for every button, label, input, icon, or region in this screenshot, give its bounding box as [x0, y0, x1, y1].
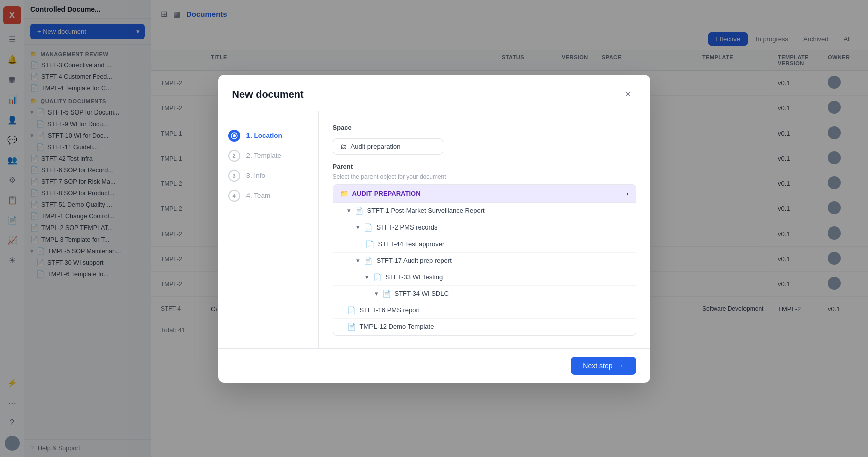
arrow-right-icon: →: [617, 362, 624, 370]
step-4-circle: 4: [228, 190, 240, 202]
tree-label-stft2: STFT-2 PMS records: [377, 223, 438, 231]
tree-label-stft33: STFT-33 WI Testing: [386, 273, 443, 281]
space-label: Space: [333, 124, 636, 131]
folder-icon: 🗂: [340, 143, 347, 150]
step-1-label: 1. Location: [246, 132, 282, 139]
folder-pink-icon: 📁: [340, 190, 348, 197]
tree-node-stft1[interactable]: ▾ 📄 STFT-1 Post-Market Surveillance Repo…: [333, 203, 636, 219]
doc-icon-stft34: 📄: [382, 290, 391, 298]
doc-icon-stft33: 📄: [373, 273, 382, 281]
collapse-icon-stft1: ▾: [347, 207, 351, 214]
step-3-circle: 3: [228, 170, 240, 182]
tree-root-label: AUDIT PREPARATION: [352, 190, 421, 197]
step-3-label: 3. Info: [246, 172, 266, 179]
step-3: 3 3. Info: [228, 166, 308, 186]
modal-steps: 1. Location 2 2. Template 3 3. Info 4: [218, 111, 319, 348]
doc-icon-stft16: 📄: [347, 306, 356, 314]
collapse-icon-stft2: ▾: [356, 223, 360, 231]
step-2-label: 2. Template: [246, 152, 282, 159]
tree-label-stft1: STFT-1 Post-Market Surveillance Report: [367, 207, 485, 214]
collapse-icon-stft34: ▾: [375, 290, 378, 297]
step-4: 4 4. Team: [228, 186, 308, 206]
step-4-label: 4. Team: [246, 192, 271, 199]
space-selector[interactable]: 🗂 Audit preparation: [333, 138, 443, 155]
step-1-circle: [228, 130, 240, 142]
doc-icon-stft1: 📄: [355, 207, 363, 215]
modal-title: New document: [232, 89, 304, 100]
chevron-right-icon: ›: [626, 190, 628, 197]
modal-close-button[interactable]: ×: [620, 87, 636, 103]
tree-node-tmpl12[interactable]: 📄 TMPL-12 Demo Template: [333, 319, 636, 335]
svg-point-1: [233, 134, 236, 137]
step-2: 2 2. Template: [228, 146, 308, 166]
tree-root-audit-prep[interactable]: 📁 AUDIT PREPARATION ›: [333, 185, 636, 203]
tree-node-stft16[interactable]: 📄 STFT-16 PMS report: [333, 302, 636, 319]
collapse-icon-stft17: ▾: [356, 257, 360, 264]
modal-body: 1. Location 2 2. Template 3 3. Info 4: [218, 111, 650, 348]
tree-label-stft44: STFT-44 Test approver: [378, 240, 445, 248]
tree-node-stft33[interactable]: ▾ 📄 STFT-33 WI Testing: [333, 269, 636, 286]
modal-overlay[interactable]: New document × 1. Location 2: [0, 0, 868, 457]
next-step-label: Next step: [583, 362, 612, 370]
tree-label-stft34: STFT-34 WI SDLC: [395, 290, 449, 297]
modal: New document × 1. Location 2: [218, 75, 650, 383]
tree-node-stft2[interactable]: ▾ 📄 STFT-2 PMS records: [333, 219, 636, 236]
tree-node-stft17[interactable]: ▾ 📄 STFT-17 Audit prep report: [333, 253, 636, 269]
tree-node-stft34[interactable]: ▾ 📄 STFT-34 WI SDLC: [333, 286, 636, 302]
parent-tree: 📁 AUDIT PREPARATION › ▾ 📄 STFT-1 Post-Ma…: [333, 184, 636, 336]
modal-footer: Next step →: [218, 348, 650, 383]
space-value: Audit preparation: [351, 143, 401, 150]
modal-main: Space 🗂 Audit preparation Parent Select …: [319, 111, 650, 348]
modal-header: New document ×: [218, 75, 650, 111]
doc-icon-stft44: 📄: [365, 240, 374, 248]
next-step-button[interactable]: Next step →: [571, 357, 636, 375]
tree-label-stft17: STFT-17 Audit prep report: [377, 257, 452, 264]
step-1: 1. Location: [228, 126, 308, 146]
parent-label: Parent: [333, 163, 636, 170]
collapse-icon-stft33: ▾: [365, 273, 369, 281]
tree-node-stft44[interactable]: 📄 STFT-44 Test approver: [333, 236, 636, 253]
step-2-circle: 2: [228, 150, 240, 162]
doc-icon-stft17: 📄: [364, 257, 373, 265]
parent-sublabel: Select the parent object for your docume…: [333, 173, 636, 180]
tree-label-stft16: STFT-16 PMS report: [360, 306, 420, 314]
doc-icon-tmpl12: 📄: [347, 323, 356, 331]
doc-icon-stft2: 📄: [364, 223, 373, 232]
tree-label-tmpl12: TMPL-12 Demo Template: [360, 323, 434, 330]
